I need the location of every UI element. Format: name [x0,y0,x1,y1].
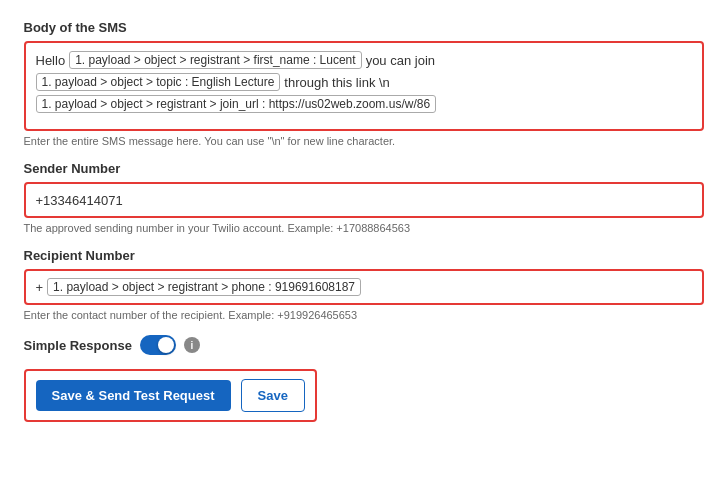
simple-response-label: Simple Response [24,338,132,353]
sms-body-input[interactable]: Hello 1. payload > object > registrant >… [24,41,704,131]
sms-body-hint: Enter the entire SMS message here. You c… [24,135,704,147]
recipient-number-input[interactable]: + 1. payload > object > registrant > pho… [24,269,704,305]
sms-plain-through: through this link \n [284,75,390,90]
buttons-wrapper: Save & Send Test Request Save [24,369,317,422]
sender-number-input[interactable]: +13346414071 [24,182,704,218]
recipient-number-prefix: + [36,280,44,295]
recipient-number-section: Recipient Number + 1. payload > object >… [24,248,704,321]
sms-line-3: 1. payload > object > registrant > join_… [36,95,692,113]
sms-body-label: Body of the SMS [24,20,704,35]
token-topic[interactable]: 1. payload > object > topic : English Le… [36,73,281,91]
sms-line-2: 1. payload > object > topic : English Le… [36,73,692,91]
sender-number-label: Sender Number [24,161,704,176]
simple-response-toggle[interactable] [140,335,176,355]
form-container: Body of the SMS Hello 1. payload > objec… [24,20,704,422]
save-button[interactable]: Save [241,379,305,412]
recipient-number-hint: Enter the contact number of the recipien… [24,309,704,321]
sender-number-section: Sender Number +13346414071 The approved … [24,161,704,234]
sms-line-1: Hello 1. payload > object > registrant >… [36,51,692,69]
sms-body-section: Body of the SMS Hello 1. payload > objec… [24,20,704,147]
sms-plain-hello: Hello [36,53,66,68]
sms-plain-you-can-join: you can join [366,53,435,68]
recipient-number-label: Recipient Number [24,248,704,263]
save-send-button[interactable]: Save & Send Test Request [36,380,231,411]
sender-number-hint: The approved sending number in your Twil… [24,222,704,234]
toggle-thumb [158,337,174,353]
sender-number-value: +13346414071 [36,193,123,208]
token-join-url[interactable]: 1. payload > object > registrant > join_… [36,95,437,113]
info-icon[interactable]: i [184,337,200,353]
token-first-name[interactable]: 1. payload > object > registrant > first… [69,51,362,69]
token-phone[interactable]: 1. payload > object > registrant > phone… [47,278,361,296]
simple-response-row: Simple Response i [24,335,704,355]
